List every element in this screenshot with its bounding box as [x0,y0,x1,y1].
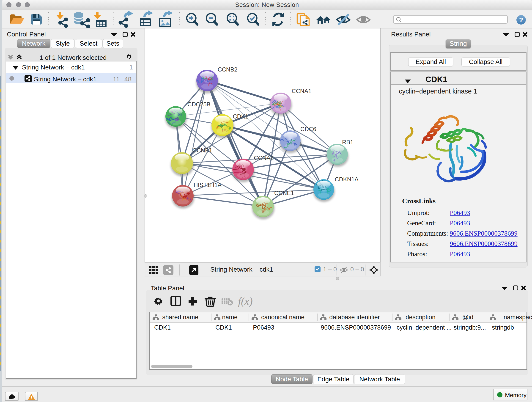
svg-text:CDKN1A: CDKN1A [335,176,358,182]
svg-text:HIST1H1A: HIST1H1A [194,182,222,188]
svg-text:CDC6: CDC6 [300,126,316,132]
svg-text:CCNE1: CCNE1 [274,190,294,196]
svg-text:CDK1: CDK1 [233,113,248,120]
svg-text:CDC25B: CDC25B [187,101,210,108]
svg-text:CCNB1: CCNB1 [192,147,212,153]
svg-text:RB1: RB1 [342,139,354,145]
svg-text:f(x): f(x) [238,296,253,307]
svg-text:CCNB2: CCNB2 [218,66,237,73]
svg-text:CCNA2: CCNA2 [254,155,273,161]
svg-text:CCNA1: CCNA1 [292,88,311,94]
